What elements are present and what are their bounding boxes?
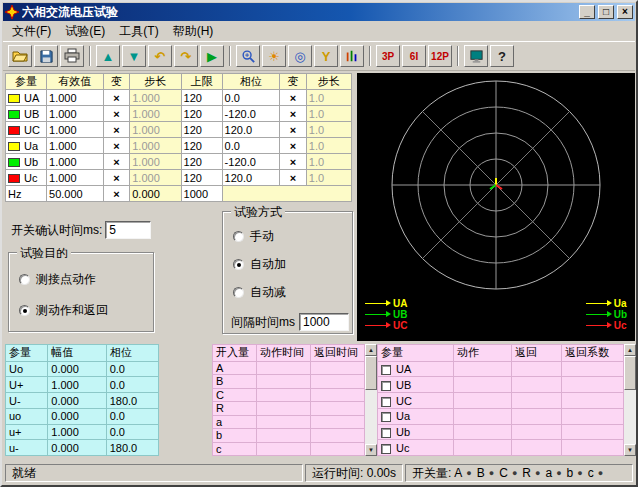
- vertical-scrollbar[interactable]: ▲ ▼: [624, 344, 636, 456]
- limit-value-cell[interactable]: 120: [181, 138, 222, 154]
- phase-vary-toggle-cell[interactable]: ×: [280, 106, 307, 122]
- phase-step-value-cell[interactable]: 1.0: [306, 154, 351, 170]
- scroll-up-button[interactable]: ▲: [624, 344, 636, 356]
- phase-vary-toggle-cell[interactable]: ×: [280, 170, 307, 186]
- redo-button[interactable]: ↷: [174, 45, 198, 67]
- table-row: c: [213, 442, 365, 456]
- vary-toggle-cell[interactable]: ×: [103, 186, 130, 202]
- vary-toggle-cell[interactable]: ×: [103, 154, 130, 170]
- menu-tools[interactable]: 工具(T): [112, 21, 165, 42]
- mode-6i-button[interactable]: 6I: [402, 45, 426, 67]
- device-button[interactable]: [464, 45, 488, 67]
- step-value-cell[interactable]: 1.000: [130, 122, 181, 138]
- phase-value-cell[interactable]: 0.0: [222, 138, 279, 154]
- menu-test[interactable]: 试验(E): [58, 21, 112, 42]
- rms-value-cell[interactable]: 1.000: [47, 170, 103, 186]
- radio-contact-action[interactable]: 测接点动作: [19, 271, 153, 288]
- step-value-cell[interactable]: 1.000: [130, 170, 181, 186]
- phase-value-cell[interactable]: 120.0: [222, 170, 279, 186]
- action-cell: [454, 424, 512, 440]
- enable-checkbox[interactable]: [381, 428, 391, 438]
- param-cell: Ua: [378, 408, 454, 424]
- enable-checkbox[interactable]: [381, 381, 391, 391]
- vary-toggle-cell[interactable]: ×: [103, 106, 130, 122]
- zoom-button[interactable]: [236, 45, 260, 67]
- scroll-track[interactable]: [365, 356, 377, 444]
- switch-confirm-time-input[interactable]: [105, 221, 151, 239]
- mode-3p-button[interactable]: 3P: [376, 45, 400, 67]
- vary-toggle-cell[interactable]: ×: [103, 90, 130, 106]
- seq-amp-cell: 1.000: [48, 424, 106, 440]
- step-up-button[interactable]: ▲: [96, 45, 120, 67]
- brightness-button[interactable]: ☀: [262, 45, 286, 67]
- rms-value-cell[interactable]: 1.000: [47, 122, 103, 138]
- radio-auto-increase[interactable]: 自动加: [233, 256, 352, 273]
- save-button[interactable]: [34, 45, 58, 67]
- scroll-up-button[interactable]: ▲: [365, 344, 377, 356]
- phase-step-value-cell[interactable]: 1.0: [306, 106, 351, 122]
- limit-value-cell[interactable]: 1000: [181, 186, 222, 202]
- limit-value-cell[interactable]: 120: [181, 170, 222, 186]
- scroll-down-button[interactable]: ▼: [365, 444, 377, 456]
- vary-toggle-cell[interactable]: ×: [103, 138, 130, 154]
- enable-checkbox[interactable]: [381, 365, 391, 375]
- phase-vary-toggle-cell[interactable]: ×: [280, 154, 307, 170]
- col-header-limit: 上限: [181, 74, 222, 90]
- rms-value-cell[interactable]: 1.000: [47, 154, 103, 170]
- step-value-cell[interactable]: 1.000: [130, 106, 181, 122]
- waveform-view-button[interactable]: [340, 45, 364, 67]
- scroll-thumb[interactable]: [624, 356, 636, 390]
- phase-vary-toggle-cell[interactable]: ×: [280, 122, 307, 138]
- vector-view-button[interactable]: Y: [314, 45, 338, 67]
- phase-value-cell[interactable]: -120.0: [222, 106, 279, 122]
- mode-12p-button[interactable]: 12P: [428, 45, 452, 67]
- vertical-scrollbar[interactable]: ▲ ▼: [365, 344, 377, 456]
- step-value-cell[interactable]: 1.000: [130, 90, 181, 106]
- limit-value-cell[interactable]: 120: [181, 122, 222, 138]
- phase-step-value-cell[interactable]: 1.0: [306, 138, 351, 154]
- rms-value-cell[interactable]: 50.000: [47, 186, 103, 202]
- minimize-button[interactable]: _: [579, 5, 595, 19]
- step-value-cell[interactable]: 1.000: [130, 154, 181, 170]
- step-value-cell[interactable]: 1.000: [130, 138, 181, 154]
- limit-value-cell[interactable]: 120: [181, 90, 222, 106]
- step-value-cell[interactable]: 0.000: [130, 186, 181, 202]
- radio-auto-decrease[interactable]: 自动减: [233, 284, 352, 301]
- scroll-track[interactable]: [624, 356, 636, 444]
- enable-checkbox[interactable]: [381, 397, 391, 407]
- phase-step-value-cell[interactable]: 1.0: [306, 90, 351, 106]
- return-time-cell: [311, 402, 365, 415]
- rms-value-cell[interactable]: 1.000: [47, 90, 103, 106]
- phase-step-value-cell[interactable]: 1.0: [306, 122, 351, 138]
- limit-value-cell[interactable]: 120: [181, 154, 222, 170]
- limit-value-cell[interactable]: 120: [181, 106, 222, 122]
- radio-action-and-return[interactable]: 测动作和返回: [19, 302, 153, 319]
- radio-manual[interactable]: 手动: [233, 228, 352, 245]
- enable-checkbox[interactable]: [381, 444, 391, 454]
- enable-checkbox[interactable]: [381, 412, 391, 422]
- scroll-thumb[interactable]: [365, 356, 377, 390]
- phase-value-cell[interactable]: 120.0: [222, 122, 279, 138]
- maximize-button[interactable]: □: [598, 5, 614, 19]
- help-button[interactable]: ?: [490, 45, 514, 67]
- vary-toggle-cell[interactable]: ×: [103, 122, 130, 138]
- menu-file[interactable]: 文件(F): [5, 21, 58, 42]
- circle-scale-button[interactable]: ◎: [288, 45, 312, 67]
- rms-value-cell[interactable]: 1.000: [47, 106, 103, 122]
- undo-button[interactable]: ↶: [148, 45, 172, 67]
- interval-time-input[interactable]: [299, 313, 349, 331]
- phase-vary-toggle-cell[interactable]: ×: [280, 138, 307, 154]
- phase-step-value-cell[interactable]: 1.0: [306, 170, 351, 186]
- rms-value-cell[interactable]: 1.000: [47, 138, 103, 154]
- step-down-button[interactable]: ▼: [122, 45, 146, 67]
- phase-vary-toggle-cell[interactable]: ×: [280, 90, 307, 106]
- phase-value-cell[interactable]: 0.0: [222, 90, 279, 106]
- start-test-button[interactable]: ▶: [200, 45, 224, 67]
- phase-value-cell[interactable]: -120.0: [222, 154, 279, 170]
- menu-help[interactable]: 帮助(H): [166, 21, 221, 42]
- print-button[interactable]: [60, 45, 84, 67]
- open-button[interactable]: [8, 45, 32, 67]
- vary-toggle-cell[interactable]: ×: [103, 170, 130, 186]
- scroll-down-button[interactable]: ▼: [624, 444, 636, 456]
- close-button[interactable]: ×: [617, 5, 633, 19]
